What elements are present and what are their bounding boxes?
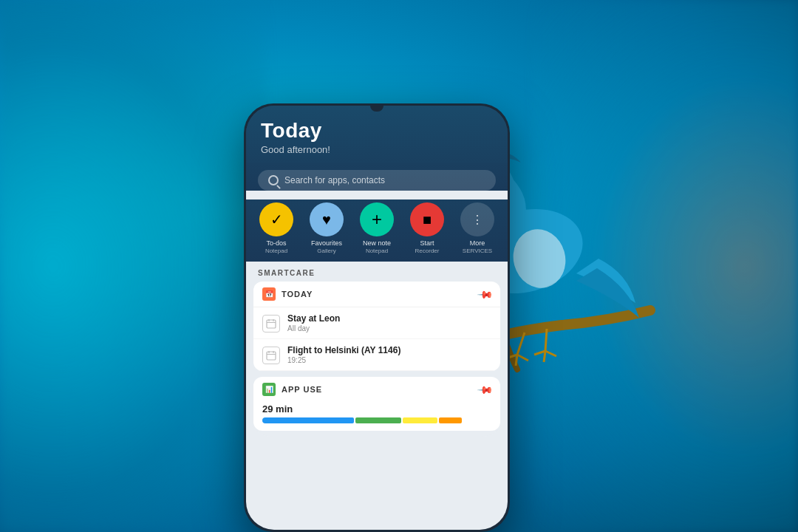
start-label: Start [420, 239, 434, 247]
appuse-card-header: 📊 APP USE 📌 [253, 377, 500, 402]
svg-line-9 [516, 355, 517, 366]
appuse-bar-chart [262, 417, 491, 423]
event-flight[interactable]: Flight to Helsinki (AY 1146) 19:25 [253, 339, 500, 371]
phone-device: Today Good afternoon! Search for apps, c… [244, 103, 510, 532]
todos-icon-circle: ✓ [259, 202, 293, 236]
new-note-icon-circle: + [360, 202, 394, 236]
favourites-sublabel: Gallery [317, 248, 335, 254]
action-more[interactable]: ⋮ More SERVICES [454, 202, 500, 254]
phone-screen: Today Good afternoon! Search for apps, c… [246, 106, 508, 530]
appuse-icon: 📊 [262, 383, 276, 396]
appuse-card-title: APP USE [282, 385, 322, 394]
svg-line-13 [544, 351, 545, 362]
svg-line-12 [534, 351, 545, 355]
smartcare-section-label: SMARTCARE [246, 262, 508, 282]
page-title: Today [261, 119, 493, 143]
action-new-note[interactable]: + New note Notepad [354, 202, 400, 254]
svg-rect-19 [267, 352, 276, 360]
more-icon-circle: ⋮ [460, 202, 494, 236]
favourites-label: Favourites [311, 239, 342, 247]
event-calendar-icon-1 [262, 315, 280, 332]
bg-blur-left [0, 0, 266, 532]
action-favourites[interactable]: ♥ Favourites Gallery [304, 202, 349, 254]
appuse-duration: 29 min [253, 402, 500, 417]
event-time-1: All day [287, 324, 340, 332]
svg-line-11 [545, 329, 547, 351]
appuse-title-row: 📊 APP USE [262, 383, 322, 396]
svg-rect-15 [267, 320, 276, 328]
content-area: SMARTCARE 📅 TODAY 📌 [246, 262, 508, 437]
appuse-card: 📊 APP USE 📌 29 min [253, 377, 500, 431]
page-subtitle: Good afternoon! [261, 144, 493, 155]
new-note-label: New note [363, 239, 391, 247]
phone-header: Today Good afternoon! [246, 106, 508, 163]
more-sublabel: SERVICES [463, 248, 492, 254]
event-title-1: Stay at Leon [287, 313, 340, 324]
action-start[interactable]: ■ Start Recorder [404, 202, 450, 254]
event-title-2: Flight to Helsinki (AY 1146) [287, 345, 400, 355]
event-calendar-icon-2 [262, 347, 280, 364]
appuse-pin-icon: 📌 [477, 381, 494, 398]
calendar-icon: 📅 [262, 287, 276, 301]
start-sublabel: Recorder [415, 248, 440, 254]
event-time-2: 19:25 [287, 356, 400, 364]
start-icon-circle: ■ [410, 202, 444, 236]
more-dots-icon: ⋮ [471, 213, 484, 227]
search-placeholder: Search for apps, contacts [284, 175, 385, 185]
today-card-header: 📅 TODAY 📌 [253, 282, 500, 307]
bar-yellow [403, 417, 437, 423]
pin-icon: 📌 [477, 285, 494, 302]
bar-blue [262, 417, 354, 423]
new-note-sublabel: Notepad [366, 248, 388, 254]
event-details-1: Stay at Leon All day [287, 313, 340, 332]
more-label: More [470, 239, 485, 247]
search-bar[interactable]: Search for apps, contacts [258, 170, 496, 191]
quick-actions-row: ✓ To-dos Notepad ♥ Favourites Gallery + … [246, 200, 508, 262]
bar-orange [439, 417, 462, 423]
event-stay-at-leon[interactable]: Stay at Leon All day [253, 307, 500, 339]
search-icon [268, 175, 279, 185]
svg-line-10 [517, 355, 528, 361]
todos-sublabel: Notepad [265, 248, 287, 254]
today-card-title: TODAY [282, 290, 313, 299]
action-todos[interactable]: ✓ To-dos Notepad [253, 202, 299, 254]
bar-green [355, 417, 401, 423]
event-details-2: Flight to Helsinki (AY 1146) 19:25 [287, 345, 400, 364]
today-card: 📅 TODAY 📌 Stay [253, 282, 500, 371]
todos-label: To-dos [266, 239, 286, 247]
svg-line-14 [545, 351, 556, 356]
today-title-row: 📅 TODAY [262, 287, 313, 301]
favourites-icon-circle: ♥ [310, 202, 344, 236]
